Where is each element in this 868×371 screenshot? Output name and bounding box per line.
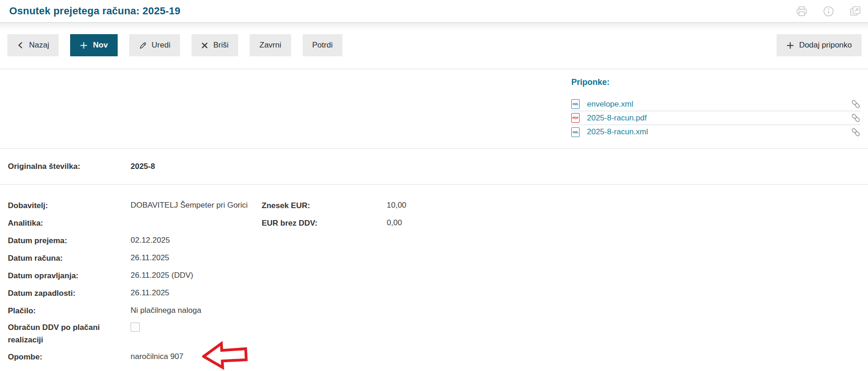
chevron-left-icon bbox=[17, 42, 24, 49]
attachments-heading: Priponke: bbox=[571, 76, 861, 88]
service-date-value: 26.11.2025 (DDV) bbox=[131, 271, 193, 280]
attachment-link[interactable]: envelope.xml bbox=[587, 100, 633, 109]
attachment-row: XML 2025-8-racun.xml bbox=[571, 125, 861, 139]
service-date-label: Datum opravljanja: bbox=[8, 269, 131, 282]
analytics-row: Analitika: bbox=[8, 214, 868, 232]
back-button-label: Nazaj bbox=[29, 41, 49, 50]
pencil-icon bbox=[139, 42, 147, 49]
new-button-label: Nov bbox=[93, 41, 108, 50]
due-date-label: Datum zapadlosti: bbox=[8, 287, 131, 299]
link-icon[interactable] bbox=[851, 113, 861, 123]
link-icon[interactable] bbox=[851, 127, 861, 137]
analytics-label: Analitika: bbox=[8, 217, 131, 229]
payment-label: Plačilo: bbox=[8, 305, 131, 317]
eur-without-vat-row: EUR brez DDV: 0,00 bbox=[262, 214, 407, 232]
attachments-section: Priponke: XML envelope.xml PDF 2025-8-ra… bbox=[0, 70, 868, 149]
invoice-date-row: Datum računa: 26.11.2025 bbox=[8, 249, 868, 267]
printer-icon[interactable] bbox=[796, 5, 808, 18]
supplier-label: Dobavitelj: bbox=[8, 199, 131, 212]
reject-button-label: Zavrni bbox=[259, 41, 281, 50]
payment-row: Plačilo: Ni plačilnega naloga bbox=[8, 302, 868, 319]
back-button[interactable]: Nazaj bbox=[7, 34, 59, 56]
receipt-date-label: Datum prejema: bbox=[8, 234, 131, 247]
supplier-row: Dobavitelj: DOBAVITELJ Šempeter pri Gori… bbox=[8, 197, 868, 214]
titlebar-actions bbox=[796, 5, 862, 18]
titlebar: Osnutek prejetega računa: 2025-19 bbox=[0, 0, 868, 23]
attachments-block: Priponke: XML envelope.xml PDF 2025-8-ra… bbox=[571, 76, 861, 139]
notes-row: Opombe: naročilnica 907 bbox=[8, 348, 868, 365]
confirm-button-label: Potrdi bbox=[312, 41, 333, 50]
toolbar: Nazaj Nov Uredi Briši Zavrni Potrdi bbox=[0, 23, 868, 69]
x-mark-icon bbox=[201, 42, 208, 49]
vat-cash-accounting-row: Obračun DDV po plačani realizaciji bbox=[8, 321, 868, 346]
pdf-file-icon: PDF bbox=[571, 113, 580, 123]
invoice-details: Dobavitelj: DOBAVITELJ Šempeter pri Gori… bbox=[0, 185, 868, 371]
add-attachment-label: Dodaj priponko bbox=[799, 41, 852, 50]
vat-cash-accounting-label: Obračun DDV po plačani realizaciji bbox=[8, 321, 119, 346]
plus-icon bbox=[786, 42, 794, 49]
attachment-row: XML envelope.xml bbox=[571, 97, 861, 111]
payment-value: Ni plačilnega naloga bbox=[131, 306, 201, 315]
original-number-label: Originalna številka: bbox=[8, 162, 131, 171]
toolbar-left-group: Nazaj Nov Uredi Briši Zavrni Potrdi bbox=[7, 34, 342, 56]
notes-label: Opombe: bbox=[8, 351, 131, 363]
reject-button[interactable]: Zavrni bbox=[250, 34, 291, 56]
eur-without-vat-value: 0,00 bbox=[387, 218, 402, 227]
xml-file-icon: XML bbox=[571, 99, 580, 109]
invoice-draft-page: Osnutek prejetega računa: 2025-19 bbox=[0, 0, 868, 371]
attachment-list: XML envelope.xml PDF 2025-8-racun.pdf XM… bbox=[571, 97, 861, 139]
amount-eur-row: Znesek EUR: 10,00 bbox=[262, 197, 407, 214]
delete-button-label: Briši bbox=[213, 41, 228, 50]
open-in-new-icon[interactable] bbox=[849, 5, 862, 18]
receipt-date-value: 02.12.2025 bbox=[131, 236, 170, 245]
service-date-row: Datum opravljanja: 26.11.2025 (DDV) bbox=[8, 267, 868, 284]
amounts-column: Znesek EUR: 10,00 EUR brez DDV: 0,00 bbox=[262, 197, 407, 232]
amount-eur-label: Znesek EUR: bbox=[262, 199, 387, 212]
original-number-row: Originalna številka: 2025-8 bbox=[0, 149, 868, 185]
xml-file-icon: XML bbox=[571, 127, 580, 137]
supplier-value: DOBAVITELJ Šempeter pri Gorici bbox=[131, 201, 248, 210]
attachment-link[interactable]: 2025-8-racun.xml bbox=[587, 127, 648, 137]
due-date-row: Datum zapadlosti: 26.11.2025 bbox=[8, 284, 868, 302]
edit-button[interactable]: Uredi bbox=[129, 34, 180, 56]
attachment-link[interactable]: 2025-8-racun.pdf bbox=[587, 114, 647, 123]
invoice-date-label: Datum računa: bbox=[8, 252, 131, 264]
receipt-date-row: Datum prejema: 02.12.2025 bbox=[8, 232, 868, 249]
invoice-date-value: 26.11.2025 bbox=[131, 253, 169, 263]
eur-without-vat-label: EUR brez DDV: bbox=[262, 217, 387, 229]
vat-cash-accounting-checkbox[interactable] bbox=[131, 323, 140, 332]
add-attachment-button[interactable]: Dodaj priponko bbox=[777, 34, 862, 56]
amount-eur-value: 10,00 bbox=[387, 201, 407, 210]
attachment-row: PDF 2025-8-racun.pdf bbox=[571, 111, 861, 125]
edit-button-label: Uredi bbox=[152, 41, 171, 50]
notes-value: naročilnica 907 bbox=[131, 352, 183, 361]
new-button[interactable]: Nov bbox=[70, 34, 117, 56]
due-date-value: 26.11.2025 bbox=[131, 288, 169, 298]
confirm-button[interactable]: Potrdi bbox=[303, 34, 342, 56]
plus-icon bbox=[80, 42, 88, 49]
page-title: Osnutek prejetega računa: 2025-19 bbox=[9, 5, 180, 17]
info-icon[interactable] bbox=[822, 5, 835, 18]
link-icon[interactable] bbox=[851, 99, 861, 109]
delete-button[interactable]: Briši bbox=[192, 34, 238, 56]
original-number-value: 2025-8 bbox=[131, 162, 155, 171]
